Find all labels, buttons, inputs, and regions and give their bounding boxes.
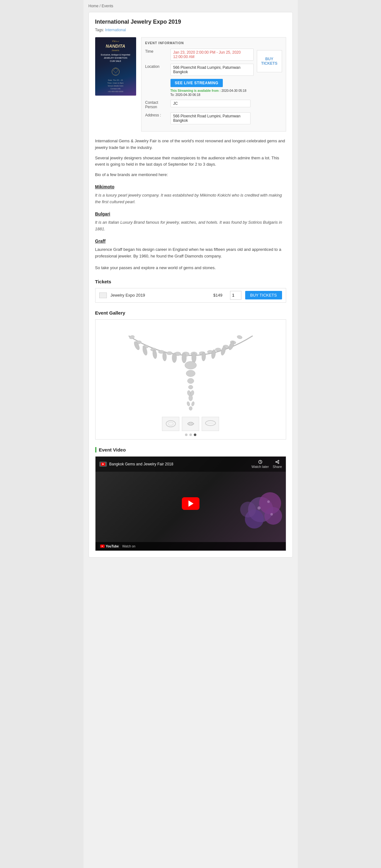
event-poster: 𝒞𝒽𝒾𝓋𝑒 NANDITA Jewels Exclusive, Antique … <box>95 37 136 96</box>
streaming-from-value: 2020-04-30 05:18 <box>221 89 246 92</box>
video-container[interactable]: Bangkok Gems and Jewelry Fair 2018 Watch… <box>95 456 286 551</box>
share-label: Share <box>273 465 282 469</box>
brand-bulgari-name: Bulgari <box>95 211 286 217</box>
brand-mikimoto: Mikimoto It is a luxury pearl jewelry co… <box>95 183 286 206</box>
event-top: 𝒞𝒽𝒾𝓋𝑒 NANDITA Jewels Exclusive, Antique … <box>95 37 286 131</box>
gallery-dot-3[interactable] <box>194 434 196 436</box>
location-value: 566 Ploenchit Road Lumpini, Patumwan Ban… <box>171 64 254 76</box>
svg-point-35 <box>186 401 190 406</box>
svg-point-28 <box>185 361 196 369</box>
buy-tickets-link[interactable]: BUY TICKETS <box>257 57 282 66</box>
contact-value: JC <box>171 100 250 107</box>
youtube-icon <box>99 462 107 467</box>
svg-point-38 <box>166 421 176 427</box>
brand-mikimoto-name: Mikimoto <box>95 183 286 190</box>
watch-on-label: Watch on <box>122 545 136 548</box>
gallery-dot-1[interactable] <box>185 434 187 436</box>
desc-p1: International Gems & Jewelry Fair is one… <box>95 138 286 151</box>
poster-gem-icon <box>108 65 124 78</box>
watch-later-action[interactable]: Watch later <box>251 460 269 469</box>
ticket-quantity[interactable] <box>230 291 241 300</box>
tags-row: Tags: International <box>95 28 286 32</box>
info-row-address: Address : 566 Ploenchit Road Lumpini, Pa… <box>145 112 250 124</box>
svg-point-56 <box>278 462 279 464</box>
time-value: Jan 23, 2020 2:00:00 PM - Jun 25, 2020 1… <box>171 49 254 61</box>
streaming-to: To: 2020-04-30 06:18 <box>171 93 282 97</box>
brand-graff-name: Graff <box>95 238 286 245</box>
gallery-thumb-3[interactable] <box>202 417 219 431</box>
streaming-note: This Streaming is available from : 2020-… <box>171 89 282 92</box>
share-icon <box>275 460 280 464</box>
svg-point-23 <box>192 353 196 363</box>
youtube-logo-bottom[interactable]: YouTube <box>99 544 120 549</box>
svg-line-57 <box>277 461 278 462</box>
svg-point-13 <box>215 348 221 351</box>
necklace-svg <box>99 323 283 414</box>
svg-point-37 <box>189 406 192 410</box>
description-section: International Gems & Jewelry Fair is one… <box>95 138 286 271</box>
streaming-row: SEE LIVE STREAMING This Streaming is ava… <box>171 79 282 97</box>
tickets-title: Tickets <box>95 279 286 284</box>
tickets-section: Tickets Jewelry Expo 2019 $149 BUY TICKE… <box>95 279 286 303</box>
brand-bulgari: Bulgari It is an Italian Luxury Brand fa… <box>95 211 286 232</box>
event-title: International Jewelry Expo 2019 <box>95 19 286 25</box>
svg-point-20 <box>162 352 167 361</box>
streaming-button[interactable]: SEE LIVE STREAMING <box>171 79 223 87</box>
breadcrumb-sep1: / <box>100 4 102 8</box>
info-row-contact: Contact Person JC <box>145 100 250 109</box>
ticket-icon <box>99 292 107 298</box>
buy-tickets-box[interactable]: BUY TICKETS <box>257 50 282 72</box>
ticket-name: Jewelry Expo 2019 <box>111 293 210 298</box>
svg-point-55 <box>276 461 277 463</box>
svg-point-16 <box>237 335 243 339</box>
breadcrumb-home[interactable]: Home <box>89 4 99 8</box>
time-label: Time <box>145 49 171 54</box>
watch-later-icon <box>258 460 263 464</box>
svg-point-40 <box>189 422 192 425</box>
svg-point-29 <box>186 370 195 377</box>
streaming-to-value: 2020-04-30 06:18 <box>176 93 200 97</box>
desc-p3: Bio of a few brands are mentioned here: <box>95 172 286 178</box>
poster-brand-line1: 𝒞𝒽𝒾𝓋𝑒 <box>111 40 119 43</box>
brand-graff: Graff Laurence Graff began his design ca… <box>95 238 286 260</box>
ticket-buy-button[interactable]: BUY TICKETS <box>245 291 282 300</box>
event-info-header: EVENT INFORMATION <box>145 41 282 45</box>
ticket-price: $149 <box>213 293 222 298</box>
address-value: 566 Ploenchit Road Lumpini, Patumwan Ban… <box>171 112 250 124</box>
video-overlay-top: Bangkok Gems and Jewelry Fair 2018 Watch… <box>96 457 286 472</box>
video-title: Bangkok Gems and Jewelry Fair 2018 <box>109 462 251 466</box>
brand-bulgari-desc: It is an Italian Luxury Brand famous for… <box>95 219 286 232</box>
video-flowers-icon <box>223 478 286 541</box>
svg-point-48 <box>257 506 261 509</box>
gallery-thumb-2[interactable] <box>182 417 199 431</box>
breadcrumb: Home / Events <box>83 0 298 12</box>
youtube-logo-red-icon <box>100 545 105 548</box>
svg-marker-59 <box>102 546 103 547</box>
svg-point-50 <box>270 513 273 516</box>
contact-label: Contact Person <box>145 100 171 109</box>
video-bottom-bar: YouTube Watch on <box>96 542 286 551</box>
video-section-title: Event Video <box>95 447 286 453</box>
svg-point-36 <box>191 401 195 406</box>
svg-point-21 <box>172 353 176 363</box>
streaming-to-label: To: <box>171 93 175 97</box>
youtube-logo-text: YouTube <box>106 545 119 548</box>
brand-graff-desc: Laurence Graff began his design career i… <box>95 246 286 260</box>
gallery-thumb-1[interactable] <box>162 417 179 431</box>
poster-brand-sub: Jewels <box>111 49 119 52</box>
play-button[interactable] <box>182 497 200 510</box>
share-action[interactable]: Share <box>273 460 282 469</box>
svg-point-22 <box>182 353 186 363</box>
svg-point-0 <box>112 68 119 76</box>
poster-brand-main: NANDITA <box>106 43 126 49</box>
gallery-dot-2[interactable] <box>189 434 192 436</box>
gallery-main <box>95 319 286 439</box>
tag-international[interactable]: International <box>105 28 126 32</box>
svg-point-46 <box>265 507 282 525</box>
breadcrumb-events[interactable]: Events <box>102 4 113 8</box>
video-actions: Watch later Share <box>251 460 282 469</box>
brand-mikimoto-desc: It is a luxury pearl jewelry company. It… <box>95 192 286 206</box>
svg-point-54 <box>278 460 279 461</box>
poster-title: Exclusive, Antique & Imported JEWELRY EX… <box>101 53 130 62</box>
poster-details: Date: Thu 15 – 21Time: 11am to 8pmVenue … <box>107 79 124 93</box>
